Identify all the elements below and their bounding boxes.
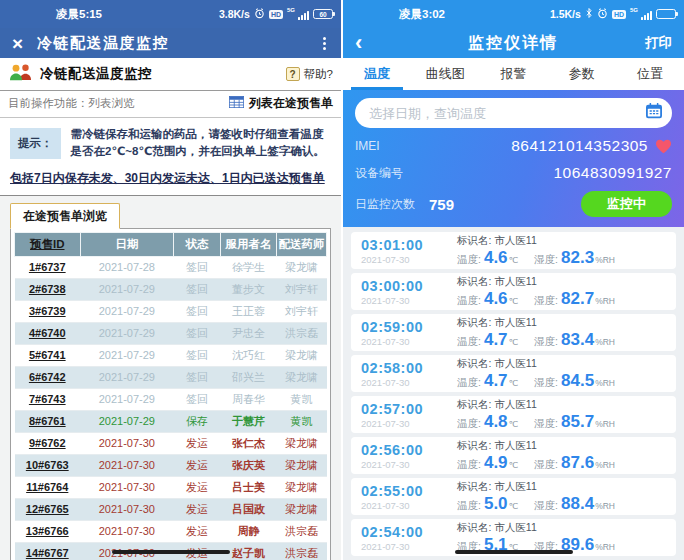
presale-table-body: 1#6737 2021-07-28 签回 徐学生 梁龙啸 2#6738 2021…: [15, 256, 327, 560]
temp-value: 4.8: [484, 412, 508, 432]
presale-id-link[interactable]: 12#6765: [15, 498, 81, 520]
date-cell: 2021-07-29: [80, 388, 174, 410]
presale-id-link[interactable]: 7#6743: [15, 388, 81, 410]
pharmacist-cell: 梁龙啸: [277, 498, 327, 520]
heart-icon[interactable]: [655, 139, 672, 154]
right-status-time: 凌晨3:02: [399, 7, 445, 22]
date-cell: 2021-07-29: [80, 344, 174, 366]
reading-values-block: 标识名: 市人医11 温度: 4.7 ℃ 湿度: 84.5 %RH: [453, 357, 666, 391]
pharmacist-cell: 洪宗磊: [277, 322, 327, 344]
reading-time-block: 02:55:00 2021-07-30: [361, 483, 453, 511]
reading-tag: 标识名: 市人医11: [457, 521, 666, 535]
reading-time-block: 02:54:00 2021-07-30: [361, 524, 453, 552]
reading-time: 02:54:00: [361, 524, 453, 540]
presale-id-link[interactable]: 9#6762: [15, 432, 81, 454]
battery-icon: [656, 9, 676, 19]
help-button[interactable]: ? 帮助?: [286, 67, 333, 82]
detail-tab[interactable]: 位置: [616, 58, 684, 90]
presale-id-link[interactable]: 8#6761: [15, 410, 81, 432]
temp-unit: ℃: [509, 337, 519, 347]
temp-label: 温度:: [457, 335, 481, 349]
temp-unit: ℃: [509, 501, 519, 511]
reading-time: 02:55:00: [361, 483, 453, 499]
alarm-clock-icon: [597, 8, 608, 21]
reading-values-block: 标识名: 市人医11 温度: 4.6 ℃ 湿度: 82.7 %RH: [453, 275, 666, 309]
presale-table-panel: 预售ID 日期 状态 服用者名 配送药师 1#6737 2021-07-28 签…: [10, 228, 331, 560]
table-row: 3#6739 2021-07-29 签回 王正蓉 刘宇轩: [15, 300, 327, 322]
right-nav-bar: ‹ 监控仪详情 打印: [343, 28, 684, 58]
device-sn-value: 1064830991927: [553, 164, 672, 182]
imei-value: 864121014352305: [511, 137, 648, 155]
status-cell: 签回: [174, 388, 221, 410]
close-icon[interactable]: ×: [12, 34, 23, 53]
home-indicator[interactable]: [112, 550, 230, 554]
temp-label: 温度:: [457, 499, 481, 513]
header-presale-id: 预售ID: [15, 232, 81, 256]
bluetooth-icon: [585, 7, 593, 21]
presale-id-link[interactable]: 11#6764: [15, 476, 81, 498]
humidity-unit: %RH: [595, 501, 615, 511]
reading-card: 02:57:00 2021-07-30 标识名: 市人医11 温度: 4.8 ℃…: [351, 396, 676, 433]
presale-id-link[interactable]: 13#6766: [15, 520, 81, 542]
temp-unit: ℃: [509, 378, 519, 388]
filter-link[interactable]: 包括7日内保存未发、30日内发运未达、1日内已送达预售单: [10, 171, 325, 185]
table-row: 7#6743 2021-07-29 签回 周春华 黄凯: [15, 388, 327, 410]
patient-cell: 周春华: [220, 388, 276, 410]
presale-id-link[interactable]: 14#6767: [15, 542, 81, 560]
back-icon[interactable]: ‹: [355, 30, 381, 56]
tab-presale-browse[interactable]: 在途预售单浏览: [10, 203, 120, 229]
humidity-label: 湿度:: [534, 417, 558, 431]
reading-tag: 标识名: 市人医11: [457, 316, 666, 330]
reading-time: 02:58:00: [361, 360, 453, 376]
reading-values-block: 标识名: 市人医11 温度: 4.9 ℃ 湿度: 87.6 %RH: [453, 439, 666, 473]
presale-id-link[interactable]: 3#6739: [15, 300, 81, 322]
list-presale-action[interactable]: 列表在途预售单: [229, 95, 333, 112]
detail-tab[interactable]: 温度: [343, 58, 411, 90]
detail-tab[interactable]: 报警: [479, 58, 547, 90]
reading-time-block: 03:01:00 2021-07-30: [361, 237, 453, 265]
presale-id-link[interactable]: 6#6742: [15, 366, 81, 388]
status-cell: 发运: [174, 454, 221, 476]
monitoring-status-badge[interactable]: 监控中: [581, 191, 672, 217]
reading-time-block: 02:56:00 2021-07-30: [361, 442, 453, 470]
temp-value: 4.9: [484, 453, 508, 473]
patient-cell: 张庆英: [220, 454, 276, 476]
pharmacist-cell: 黄凯: [277, 388, 327, 410]
temp-value: 4.6: [484, 248, 508, 268]
table-row: 2#6738 2021-07-29 签回 董步文 刘宇轩: [15, 278, 327, 300]
humidity-label: 湿度:: [534, 335, 558, 349]
left-net-speed: 3.8K/s: [219, 8, 250, 20]
presale-id-link[interactable]: 5#6741: [15, 344, 81, 366]
kebab-menu-icon[interactable]: [320, 34, 329, 53]
date-cell: 2021-07-29: [80, 300, 174, 322]
tab-strip: 在途预售单浏览: [0, 196, 341, 229]
reading-card: 02:56:00 2021-07-30 标识名: 市人医11 温度: 4.9 ℃…: [351, 437, 676, 474]
reading-time: 02:59:00: [361, 319, 453, 335]
pharmacist-cell: 刘宇轩: [277, 300, 327, 322]
presale-id-link[interactable]: 2#6738: [15, 278, 81, 300]
hd-icon: HD: [612, 10, 626, 19]
presale-id-link[interactable]: 10#6763: [15, 454, 81, 476]
table-row: 11#6764 2021-07-30 发运 吕士美 梁龙啸: [15, 476, 327, 498]
date-search-input[interactable]: [369, 106, 645, 121]
detail-tab[interactable]: 参数: [548, 58, 616, 90]
table-row: 5#6741 2021-07-29 签回 沈巧红 梁龙啸: [15, 344, 327, 366]
header-pharmacist: 配送药师: [277, 232, 327, 256]
patient-cell: 吕国政: [220, 498, 276, 520]
patient-cell: 沈巧红: [220, 344, 276, 366]
left-status-time: 凌晨5:15: [56, 7, 102, 22]
pharmacist-cell: 黄凯: [277, 410, 327, 432]
print-button[interactable]: 打印: [645, 34, 672, 52]
presale-id-link[interactable]: 1#6737: [15, 256, 81, 278]
filter-link-row: 包括7日内保存未发、30日内发运未达、1日内已送达预售单: [0, 167, 341, 196]
detail-tab[interactable]: 曲线图: [411, 58, 479, 90]
monitor-count-row: 日监控次数 759 监控中: [355, 191, 672, 217]
right-phone-screen: 凌晨3:02 1.5K/s HD 5G ‹ 监控仪详情 打印 温度 曲线图 报警…: [343, 0, 684, 560]
presale-id-link[interactable]: 4#6740: [15, 322, 81, 344]
humidity-value: 85.7: [561, 412, 594, 432]
calendar-icon[interactable]: [645, 103, 663, 123]
hint-label: 提示：: [10, 128, 61, 159]
status-cell: 签回: [174, 256, 221, 278]
home-indicator[interactable]: [455, 550, 573, 554]
status-cell: 发运: [174, 432, 221, 454]
